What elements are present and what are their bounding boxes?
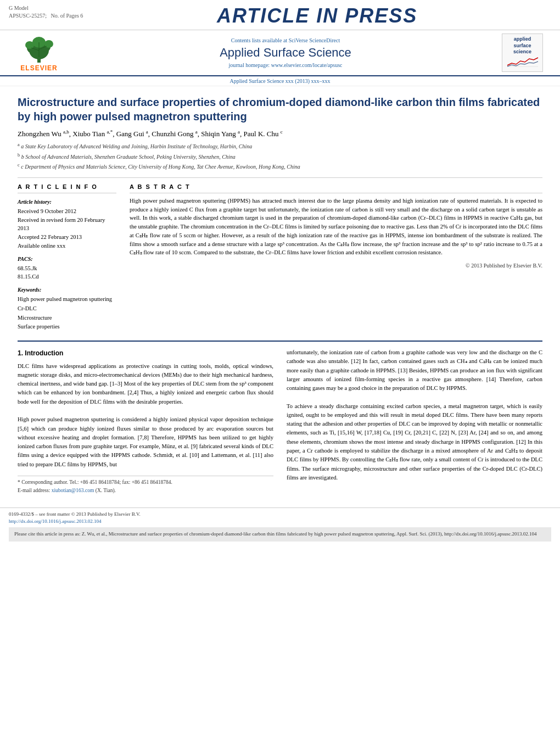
affiliation-c: c c Department of Physics and Materials … — [18, 162, 542, 171]
elsevier-label: ELSEVIER — [20, 64, 57, 72]
history-label: Article history: — [18, 198, 116, 206]
model-info: G Model APSUSC-25257; No. of Pages 6 — [9, 4, 83, 20]
available-online: Available online xxx — [18, 242, 116, 250]
issn-line: 0169-4332/$ – see front matter © 2013 Pu… — [9, 511, 551, 517]
article-in-press-banner: ARTICLE IN PRESS — [83, 4, 551, 27]
copyright: © 2013 Published by Elsevier B.V. — [130, 261, 542, 270]
pacs-label: PACS: — [18, 255, 116, 263]
model-label: G Model — [9, 4, 83, 12]
article-info-heading: A R T I C L E I N F O — [18, 182, 116, 193]
affiliations: a a State Key Laboratory of Advanced Wel… — [18, 142, 542, 171]
journal-logo-box: applied surface science — [502, 34, 543, 72]
journal-homepage[interactable]: journal homepage: www.elsevier.com/locat… — [69, 62, 502, 68]
pacs-value-2: 81.15.Cd — [18, 272, 116, 281]
doi-line[interactable]: http://dx.doi.org/10.1016/j.apsusc.2013.… — [9, 518, 551, 524]
journal-logo-right: applied surface science — [502, 34, 551, 72]
elsevier-logo: ELSEVIER — [9, 34, 69, 72]
body-right-col: unfortunately, the ionization rate of ca… — [287, 348, 542, 494]
abstract-col: A B S T R A C T High power pulsed magnet… — [130, 182, 542, 332]
email-line: E-mail address: xiubotian@163.com (X. Ti… — [18, 487, 273, 495]
elsevier-tree-icon — [21, 34, 57, 64]
corresponding-author: * Corresponding author. Tel.: +86 451 86… — [18, 478, 273, 487]
affiliation-b: b b School of Advanced Materials, Shenzh… — [18, 152, 542, 161]
keywords-label: Keywords: — [18, 286, 116, 294]
article-in-press-title: ARTICLE IN PRESS — [83, 4, 551, 27]
authors: Zhongzhen Wu a,b, Xiubo Tian a,*, Gang G… — [18, 129, 542, 138]
section1-heading: 1. Introduction — [18, 348, 273, 359]
info-abstract-section: A R T I C L E I N F O Article history: R… — [18, 177, 542, 332]
svg-point-5 — [25, 41, 34, 49]
keyword-1: High power pulsed magnetron sputtering — [18, 295, 116, 304]
email-address[interactable]: xiubotian@163.com — [52, 488, 94, 493]
logo-line2: surface — [513, 43, 531, 49]
logo-chart-icon — [506, 55, 539, 69]
article-title: Microstructure and surface properties of… — [18, 95, 542, 124]
article-info-col: A R T I C L E I N F O Article history: R… — [18, 182, 116, 332]
citation-line: Applied Surface Science xxx (2013) xxx–x… — [0, 76, 560, 86]
footnote: * Corresponding author. Tel.: +86 451 86… — [18, 476, 273, 494]
abstract-heading: A B S T R A C T — [130, 182, 542, 193]
keyword-2: Cr-DLC — [18, 304, 116, 313]
logo-line1: applied — [514, 36, 531, 43]
keyword-4: Surface properties — [18, 322, 116, 331]
journal-info-center: Contents lists available at SciVerse Sci… — [69, 37, 502, 68]
pacs-value-1: 68.55.Jk — [18, 264, 116, 273]
page-footer: 0169-4332/$ – see front matter © 2013 Pu… — [0, 507, 560, 545]
code-label: APSUSC-25257; No. of Pages 6 — [9, 12, 83, 20]
elsevier-logo-area: ELSEVIER — [9, 34, 69, 72]
citation-text: Z. Wu, et al., Microstructure and surfac… — [82, 531, 537, 537]
body-left-col: 1. Introduction DLC films have widesprea… — [18, 348, 273, 494]
citation-box: Please cite this article in press as: Z.… — [9, 527, 551, 542]
body-right-text: unfortunately, the ionization rate of ca… — [287, 348, 542, 482]
top-bar: G Model APSUSC-25257; No. of Pages 6 ART… — [0, 0, 560, 30]
journal-header: ELSEVIER Contents lists available at Sci… — [0, 30, 560, 76]
body-left-text: DLC films have widespread applications a… — [18, 362, 273, 469]
logo-line3: science — [513, 49, 531, 55]
journal-title: Applied Surface Science — [69, 46, 502, 60]
keyword-3: Microstructure — [18, 314, 116, 322]
body-section: 1. Introduction DLC films have widesprea… — [18, 341, 542, 494]
accepted-date: Accepted 22 February 2013 — [18, 233, 116, 242]
affiliation-a: a a State Key Laboratory of Advanced Wel… — [18, 142, 542, 150]
main-content: Microstructure and surface properties of… — [0, 86, 560, 503]
received-date: Received 9 October 2012 — [18, 207, 116, 216]
sciverse-link[interactable]: Contents lists available at SciVerse Sci… — [69, 37, 502, 43]
received-revised-date: Received in revised form 20 February 201… — [18, 216, 116, 233]
abstract-text: High power pulsed magnetron sputtering (… — [130, 197, 542, 257]
